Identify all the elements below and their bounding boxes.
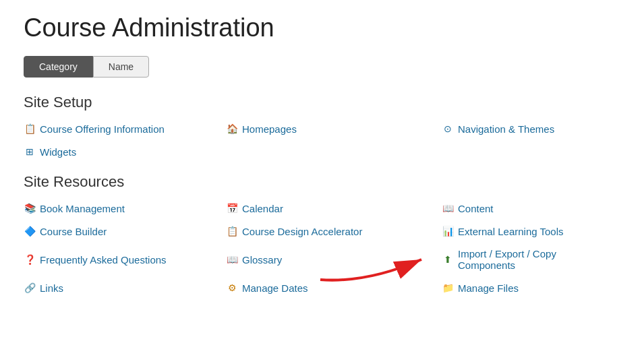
list-item[interactable]: 📋 Course Design Accelerator [226, 223, 442, 239]
course-design-icon: 📋 [226, 225, 238, 237]
list-item[interactable]: 🏠 Homepages [226, 121, 442, 137]
list-item[interactable]: 📋 Course Offering Information [24, 121, 226, 137]
content-label: Content [458, 203, 494, 214]
list-item[interactable]: ⊙ Navigation & Themes [442, 121, 620, 137]
glossary-icon: 📖 [226, 253, 238, 266]
course-design-label: Course Design Accelerator [242, 226, 362, 237]
widgets-icon: ⊞ [24, 146, 36, 158]
list-item[interactable]: 🔗 Links [24, 280, 226, 296]
links-icon: 🔗 [24, 282, 36, 294]
list-item[interactable]: ⚙ Manage Dates [226, 280, 442, 296]
course-builder-label: Course Builder [40, 226, 107, 237]
import-export-icon: ⬆ [442, 253, 454, 266]
resources-grid-container: 📚 Book Management 📅 Calendar 📖 Content 🔷… [24, 200, 620, 296]
list-item[interactable]: ⬆ Import / Export / Copy Components [442, 246, 620, 273]
nav-themes-label: Navigation & Themes [458, 123, 554, 135]
ext-learning-icon: 📊 [442, 225, 454, 237]
list-item[interactable]: ❓ Frequently Asked Questions [24, 246, 226, 273]
list-item[interactable]: 📖 Glossary [226, 246, 442, 273]
section-site-resources: Site Resources 📚 Book Management 📅 Calen… [24, 173, 620, 296]
links-label: Links [40, 282, 63, 294]
list-item[interactable]: 🔷 Course Builder [24, 223, 226, 239]
manage-dates-icon: ⚙ [226, 282, 238, 294]
calendar-icon: 📅 [226, 202, 238, 214]
list-item[interactable]: 📅 Calendar [226, 200, 442, 216]
tab-category[interactable]: Category [24, 56, 93, 78]
faq-label: Frequently Asked Questions [40, 254, 167, 266]
glossary-label: Glossary [242, 254, 282, 266]
site-resources-grid: 📚 Book Management 📅 Calendar 📖 Content 🔷… [24, 200, 620, 296]
content-icon: 📖 [442, 202, 454, 214]
book-mgmt-icon: 📚 [24, 202, 36, 214]
list-item[interactable]: ⊞ Widgets [24, 144, 226, 160]
homepages-icon: 🏠 [226, 123, 238, 135]
section-heading-site-setup: Site Setup [24, 94, 620, 111]
faq-icon: ❓ [24, 253, 36, 266]
calendar-label: Calendar [242, 203, 283, 214]
homepages-label: Homepages [242, 123, 297, 135]
list-item[interactable]: 📖 Content [442, 200, 620, 216]
course-offering-label: Course Offering Information [40, 123, 165, 135]
manage-dates-label: Manage Dates [242, 282, 308, 294]
page-title: Course Administration [24, 13, 620, 42]
list-item[interactable]: 📁 Manage Files [442, 280, 620, 296]
section-heading-site-resources: Site Resources [24, 173, 620, 191]
nav-themes-icon: ⊙ [442, 123, 454, 135]
site-setup-grid: 📋 Course Offering Information 🏠 Homepage… [24, 121, 620, 160]
manage-files-icon: 📁 [442, 282, 454, 294]
import-export-label: Import / Export / Copy Components [458, 248, 614, 271]
course-offering-icon: 📋 [24, 123, 36, 135]
tab-name[interactable]: Name [93, 56, 149, 78]
course-builder-icon: 🔷 [24, 225, 36, 237]
tab-group: Category Name [24, 56, 620, 78]
widgets-label: Widgets [40, 146, 76, 158]
section-site-setup: Site Setup 📋 Course Offering Information… [24, 94, 620, 160]
manage-files-label: Manage Files [458, 282, 519, 294]
book-mgmt-label: Book Management [40, 203, 125, 214]
list-item[interactable]: 📚 Book Management [24, 200, 226, 216]
list-item[interactable]: 📊 External Learning Tools [442, 223, 620, 239]
ext-learning-label: External Learning Tools [458, 226, 564, 237]
